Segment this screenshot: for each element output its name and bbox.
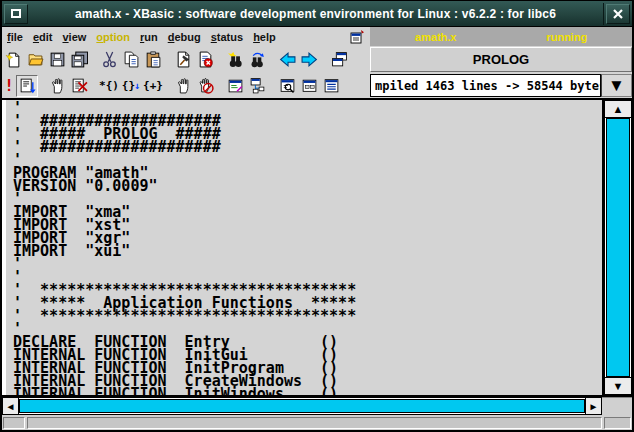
- delete-text-icon: [197, 51, 214, 68]
- cut-icon: [101, 51, 118, 68]
- window-menu-button[interactable]: [4, 4, 28, 24]
- debug-window-button[interactable]: [224, 75, 246, 97]
- menu-help[interactable]: help: [248, 31, 281, 43]
- scroll-up-button[interactable]: ▲: [604, 100, 632, 118]
- compile-status: mpiled 1463 lines -> 58544 bytes: [370, 74, 601, 97]
- go-back-icon: [279, 51, 296, 68]
- new-file-button[interactable]: [2, 49, 24, 71]
- scroll-left-button[interactable]: ◄: [2, 397, 19, 415]
- program-name: amath.x: [415, 31, 457, 43]
- scroll-down-icon: ▼: [613, 381, 624, 392]
- brace-start-icon: *{): [99, 79, 119, 92]
- find-next-icon: [249, 51, 266, 68]
- paste-icon: [145, 51, 162, 68]
- close-icon: [612, 8, 624, 20]
- status-cell-left: [3, 417, 25, 429]
- program-status-panel: amath.x running: [370, 27, 632, 46]
- menu-bar: file edit view option run debug status h…: [2, 27, 632, 46]
- dialog-editor-button[interactable]: [298, 75, 320, 97]
- grab-hand-button[interactable]: [172, 75, 194, 97]
- menu-file[interactable]: file: [2, 31, 28, 43]
- menu-option[interactable]: option: [91, 31, 135, 43]
- menu-run[interactable]: run: [135, 31, 163, 43]
- list-view-button[interactable]: [320, 75, 342, 97]
- xbasic-window: amath.x - XBasic : software development …: [0, 0, 634, 432]
- arrow-down-icon: ↓: [134, 80, 140, 91]
- save-all-button[interactable]: [68, 49, 90, 71]
- menu-edit[interactable]: edit: [28, 31, 58, 43]
- compile-button[interactable]: [172, 49, 194, 71]
- vertical-scroll-track[interactable]: [604, 118, 632, 377]
- call-tree-button[interactable]: [246, 75, 268, 97]
- new-file-icon: [5, 51, 22, 68]
- no-grab-hand-button[interactable]: [194, 75, 216, 97]
- find-icon: [227, 51, 244, 68]
- call-tree-icon: [249, 77, 266, 94]
- open-file-icon: [27, 51, 44, 68]
- toolbar-edit: ! *{) {} ↓: [2, 73, 632, 98]
- edit-delete-button[interactable]: [68, 75, 90, 97]
- pan-hand-icon: [49, 77, 66, 94]
- cascade-windows-button[interactable]: [328, 49, 350, 71]
- inspect-window-icon: [279, 77, 296, 94]
- document-menu-button[interactable]: [346, 28, 366, 45]
- debug-window-icon: [227, 77, 244, 94]
- format-indent-icon: [19, 77, 36, 94]
- title-bar: amath.x - XBasic : software development …: [2, 1, 632, 27]
- status-cell-right: [604, 417, 631, 429]
- menu-debug[interactable]: debug: [163, 31, 206, 43]
- copy-button[interactable]: [120, 49, 142, 71]
- delete-text-button[interactable]: [194, 49, 216, 71]
- go-forward-button[interactable]: [298, 49, 320, 71]
- copy-icon: [123, 51, 140, 68]
- cut-button[interactable]: [98, 49, 120, 71]
- format-indent-button[interactable]: [16, 75, 38, 97]
- editor-area: ' ' #################### ' ##### PROLOG …: [2, 98, 632, 397]
- section-dropdown-button[interactable]: ▼: [601, 74, 632, 97]
- pan-hand-button[interactable]: [46, 75, 68, 97]
- inspect-window-button[interactable]: [276, 75, 298, 97]
- brace-down-button[interactable]: {} ↓: [120, 75, 142, 97]
- find-button[interactable]: [224, 49, 246, 71]
- horizontal-scroll-track[interactable]: [19, 397, 585, 415]
- code-editor[interactable]: ' ' #################### ' ##### PROLOG …: [2, 100, 602, 395]
- dialog-editor-icon: [301, 77, 318, 94]
- horizontal-scroll-thumb[interactable]: [19, 399, 585, 413]
- run-exclaim-icon: !: [4, 76, 14, 95]
- brace-start-button[interactable]: *{): [98, 75, 120, 97]
- brace-end-button[interactable]: {+}: [142, 75, 164, 97]
- scroll-up-icon: ▲: [613, 104, 624, 115]
- document-window-icon: [348, 29, 365, 45]
- grab-hand-icon: [175, 77, 192, 94]
- compile-icon: [175, 51, 192, 68]
- menu-status[interactable]: status: [206, 31, 248, 43]
- no-grab-hand-icon: [197, 77, 214, 94]
- close-button[interactable]: [606, 4, 630, 24]
- horizontal-scrollbar: ◄ ►: [2, 397, 632, 415]
- save-all-icon: [71, 51, 88, 68]
- status-cell-main: [27, 417, 602, 429]
- save-file-button[interactable]: [46, 49, 68, 71]
- go-back-button[interactable]: [276, 49, 298, 71]
- toolbar-main: PROLOG: [2, 46, 632, 73]
- list-view-icon: [323, 77, 340, 94]
- edit-delete-icon: [71, 77, 88, 94]
- save-file-icon: [49, 51, 66, 68]
- scroll-left-icon: ◄: [6, 401, 16, 412]
- scroll-down-button[interactable]: ▼: [604, 377, 632, 395]
- brace-plus-icon: {+}: [143, 79, 163, 92]
- program-state: running: [546, 31, 587, 43]
- menu-view[interactable]: view: [57, 31, 91, 43]
- find-next-button[interactable]: [246, 49, 268, 71]
- dropdown-arrow-icon: ▼: [608, 77, 625, 94]
- vertical-scroll-thumb[interactable]: [606, 118, 630, 377]
- paste-button[interactable]: [142, 49, 164, 71]
- section-label: PROLOG: [370, 47, 632, 72]
- go-forward-icon: [301, 51, 318, 68]
- status-bar: [2, 415, 632, 430]
- scroll-right-button[interactable]: ►: [585, 397, 602, 415]
- scroll-right-icon: ►: [589, 401, 599, 412]
- run-program-button[interactable]: !: [2, 75, 16, 97]
- cascade-windows-icon: [331, 51, 348, 68]
- open-file-button[interactable]: [24, 49, 46, 71]
